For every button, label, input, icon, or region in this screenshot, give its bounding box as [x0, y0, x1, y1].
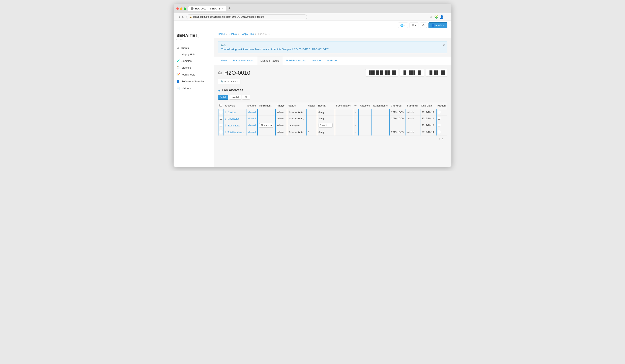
- row-attachments-magnesium: [372, 116, 390, 122]
- breadcrumb-happy-hills[interactable]: Happy Hills: [240, 32, 254, 35]
- extension-icon[interactable]: 🧩: [434, 15, 438, 19]
- active-browser-tab[interactable]: H2O-0010 — SENAITE ✕: [188, 6, 226, 11]
- barcode-1d-btn[interactable]: ▐█▌█▐▌██▐█: [365, 69, 398, 77]
- barcode-1d-icon: ▐█▌█▐▌██▐█: [368, 70, 396, 75]
- col-due-date: Due Date: [420, 102, 436, 109]
- filter-invalid-btn[interactable]: Invalid: [229, 95, 241, 100]
- reload-button[interactable]: ↻: [182, 15, 185, 19]
- method-link-magnesium[interactable]: Manual: [248, 117, 255, 120]
- row-checkbox-calcium[interactable]: [220, 111, 222, 113]
- col-submitter: Submitter: [406, 102, 420, 109]
- sidebar-item-reference-samples[interactable]: 👤 Reference Samples: [174, 78, 214, 85]
- tab-published-results[interactable]: Published results: [283, 57, 309, 65]
- tab-manage-results[interactable]: Manage Results: [257, 57, 283, 65]
- tab-close-btn[interactable]: ✕: [222, 7, 224, 10]
- logo-hex-icon: [196, 34, 200, 38]
- row-pm-total-hardness: –: [353, 129, 359, 135]
- method-link-salmonella[interactable]: Manual: [248, 124, 255, 127]
- tab-view[interactable]: View: [218, 57, 230, 65]
- close-window-btn[interactable]: [176, 7, 179, 10]
- profile-icon[interactable]: 👤: [440, 15, 444, 19]
- user-menu-button[interactable]: 👤 admin ▾: [429, 22, 447, 28]
- info-icon-magnesium: ℹ: [225, 117, 226, 120]
- tab-manage-analyses[interactable]: Manage Analyses: [230, 57, 257, 65]
- grid-button[interactable]: ⊞ ▾: [409, 23, 418, 28]
- bookmark-icon[interactable]: ☆: [430, 15, 433, 19]
- row-analyst-total-hardness: admin: [276, 129, 287, 135]
- col-hidden: Hidden: [436, 102, 447, 109]
- analysis-link-calcium[interactable]: Calcium: [227, 111, 236, 114]
- hidden-checkbox-magnesium[interactable]: [438, 117, 440, 120]
- col-instrument: Instrument: [258, 102, 276, 109]
- new-tab-button[interactable]: +: [227, 6, 231, 11]
- sidebar-item-worksheets[interactable]: 📝 Worksheets: [174, 71, 214, 78]
- row-checkbox-salmonella[interactable]: [220, 124, 222, 126]
- row-pm-calcium: –: [353, 109, 359, 116]
- row-cb-calcium: [218, 109, 224, 116]
- analysis-link-salmonella[interactable]: Salmonella: [227, 124, 239, 127]
- row-result-salmonella: [317, 122, 335, 129]
- tab-invoice[interactable]: Invoice: [309, 57, 324, 65]
- instrument-select-salmonella[interactable]: None ÷: [259, 123, 273, 128]
- analyses-table: Analysis Method Instrument Analyst Statu…: [218, 102, 447, 135]
- filter-valid-btn[interactable]: Valid: [218, 95, 228, 100]
- col-pm: +−: [353, 102, 359, 109]
- analysis-link-total-hardness[interactable]: Total Hardness: [227, 131, 244, 134]
- more-icon[interactable]: ⋮: [445, 15, 449, 19]
- info-banner-close-btn[interactable]: ×: [443, 43, 445, 47]
- barcode-qr-btn[interactable]: ▐▌█▌▐█: [426, 69, 447, 77]
- user-label: admin ▾: [435, 24, 445, 27]
- row-analyst-magnesium: admin: [276, 116, 287, 122]
- method-link-total-hardness[interactable]: Manual: [248, 131, 255, 134]
- sidebar-item-clients[interactable]: 🗂 Clients: [174, 44, 214, 51]
- attachments-button[interactable]: 📎 Attachments: [218, 79, 240, 84]
- hidden-checkbox-calcium[interactable]: [438, 111, 440, 113]
- browser-toolbar-right: ☆ 🧩 👤 ⋮: [430, 15, 449, 19]
- samples-icon: 🧪: [176, 59, 180, 62]
- row-hidden-magnesium: [436, 116, 447, 122]
- row-factor-total-hardness: 1: [307, 129, 317, 135]
- sidebar-worksheets-label: Worksheets: [181, 73, 195, 76]
- table-row: ℹ Calcium Manual admin To be verified ◇: [218, 109, 448, 116]
- row-factor-magnesium: [307, 116, 317, 122]
- result-input-salmonella[interactable]: [318, 123, 333, 128]
- sidebar-batches-label: Batches: [181, 66, 191, 69]
- settings-button[interactable]: ⚙: [420, 23, 427, 28]
- barcode-qr-icon: ▐▌█▌▐█: [428, 70, 445, 75]
- method-link-calcium[interactable]: Manual: [248, 111, 255, 114]
- sidebar-item-batches[interactable]: 📋 Batches: [174, 64, 214, 71]
- grid-dropdown-icon: ▾: [415, 24, 416, 27]
- row-captured-calcium: 2019-10-09: [390, 109, 406, 116]
- row-checkbox-magnesium[interactable]: [220, 117, 222, 120]
- filter-all-btn[interactable]: All: [242, 95, 250, 100]
- row-pm-magnesium: –: [353, 116, 359, 122]
- breadcrumb-clients[interactable]: Clients: [229, 32, 237, 35]
- info-banner-title: Info: [221, 44, 444, 47]
- sidebar-item-methods[interactable]: 📄 Methods: [174, 85, 214, 91]
- forward-button[interactable]: ›: [179, 15, 180, 19]
- row-submitter-salmonella: [406, 122, 420, 129]
- breadcrumb-sep-2: /: [238, 32, 240, 35]
- tabs-bar: View Manage Analyses Manage Results Publ…: [214, 57, 451, 65]
- lock-icon: 🔒: [189, 16, 192, 18]
- minimize-window-btn[interactable]: [180, 7, 183, 10]
- sidebar-item-happy-hills[interactable]: › Happy Hills: [174, 51, 214, 57]
- breadcrumb-home[interactable]: Home: [218, 32, 225, 35]
- info-banner-text: The following partitions have been creat…: [221, 48, 444, 51]
- maximize-window-btn[interactable]: [184, 7, 186, 10]
- select-all-checkbox[interactable]: [219, 104, 222, 107]
- hidden-checkbox-salmonella[interactable]: [438, 124, 440, 126]
- lab-analyses-icon: ◈: [218, 88, 220, 92]
- address-bar[interactable]: 🔒 localhost:8080/senaite/clients/client-…: [187, 14, 307, 19]
- col-result: Result: [317, 102, 335, 109]
- analysis-link-magnesium[interactable]: Magnesium: [227, 117, 240, 120]
- tab-audit-log[interactable]: Audit Log: [324, 57, 342, 65]
- row-hidden-calcium: [436, 109, 447, 116]
- globe-button[interactable]: 🌐 ▾: [398, 23, 408, 28]
- row-checkbox-total-hardness[interactable]: [220, 131, 222, 133]
- back-button[interactable]: ‹: [176, 15, 177, 19]
- sidebar-item-samples[interactable]: 🧪 Samples: [174, 57, 214, 64]
- chevron-right-icon: ›: [179, 53, 180, 56]
- barcode-2d-btn[interactable]: ▐▌▐█▌▐▌: [400, 69, 424, 77]
- hidden-checkbox-total-hardness[interactable]: [438, 131, 440, 133]
